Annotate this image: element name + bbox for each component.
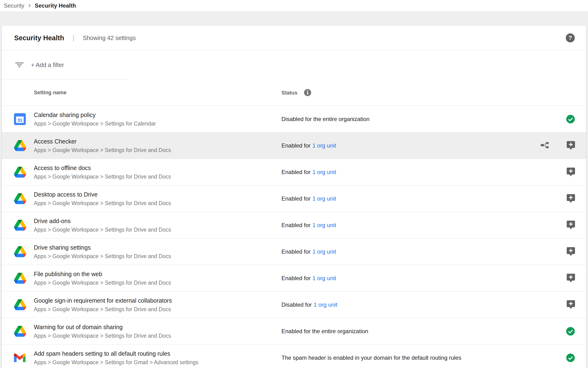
status-cell: Enabled for1 org unit xyxy=(281,222,336,229)
help-icon: ? xyxy=(566,33,575,43)
drive-icon xyxy=(14,140,26,151)
table-row[interactable]: 31 Desktop access to Drive xyxy=(2,185,586,212)
status-text: Enabled for xyxy=(281,275,311,281)
status-text: Enabled for xyxy=(281,142,311,149)
security-health-card: Security Health | Showing 42 settings ? … xyxy=(2,26,586,368)
table-row[interactable]: 31 Add spam headers setting xyxy=(2,345,586,368)
status-ok-icon xyxy=(566,353,575,362)
status-cell: Enabled for1 org unit xyxy=(281,248,336,255)
status-cell: Disabled for1 org unit xyxy=(281,302,337,308)
recommendation-icon[interactable] xyxy=(567,141,575,150)
setting-path: Apps > Google Workspace > Settings for D… xyxy=(34,200,171,206)
calendar-icon: 31 xyxy=(14,113,26,125)
svg-text:31: 31 xyxy=(17,118,22,123)
card-header: Security Health | Showing 42 settings ? xyxy=(2,26,586,50)
status-cell: The spam header is enabled in your domai… xyxy=(281,355,461,361)
setting-name: Google sign-in requirement for external … xyxy=(34,297,172,304)
org-unit-link[interactable]: 1 org unit xyxy=(312,275,336,281)
org-unit-link[interactable]: 1 org unit xyxy=(312,248,336,255)
setting-name: Drive add-ons xyxy=(34,217,171,224)
setting-path: Apps > Google Workspace > Settings for D… xyxy=(34,226,171,233)
status-cell: Enabled for the entire organization xyxy=(281,328,368,335)
status-text: Disabled for the entire organization xyxy=(281,116,369,122)
recommendation-icon[interactable] xyxy=(567,300,575,309)
table-row[interactable]: 31 Warning for out of domai xyxy=(2,318,586,345)
status-text: Enabled for xyxy=(281,222,311,228)
setting-name: Access to offline docs xyxy=(34,164,171,171)
setting-name: Drive sharing settings xyxy=(34,244,171,251)
setting-path: Apps > Google Workspace > Settings for D… xyxy=(34,147,171,153)
status-cell: Enabled for1 org unit xyxy=(281,142,336,149)
drive-icon xyxy=(14,220,26,231)
table-row[interactable]: 31 Drive add-ons Apps xyxy=(2,212,586,239)
status-text: Enabled for xyxy=(281,195,311,202)
breadcrumb-security-link[interactable]: Security xyxy=(4,2,24,9)
setting-path: Apps > Google Workspace > Settings for D… xyxy=(34,306,172,312)
table-row[interactable]: 31 Access Checker App xyxy=(2,132,586,159)
breadcrumb-chevron-icon xyxy=(27,3,32,8)
setting-name: Desktop access to Drive xyxy=(34,191,171,198)
status-text: Disabled for xyxy=(281,302,312,308)
status-text: Enabled for xyxy=(281,248,311,255)
setting-path: Apps > Google Workspace > Settings for C… xyxy=(34,120,156,127)
status-text: Enabled for xyxy=(281,169,311,175)
status-cell: Enabled for1 org unit xyxy=(281,195,336,202)
drive-icon xyxy=(14,273,26,284)
status-ok-icon xyxy=(566,327,575,336)
org-unit-link[interactable]: 1 org unit xyxy=(312,142,336,149)
svg-text:?: ? xyxy=(569,35,572,41)
add-filter-button[interactable]: + Add a filter xyxy=(31,62,64,68)
table-row[interactable]: 31 File publishing on the w xyxy=(2,265,586,292)
status-cell: Disabled for the entire organization xyxy=(281,116,369,122)
drive-icon xyxy=(14,193,26,204)
column-header-status: Status xyxy=(281,90,297,96)
drive-icon xyxy=(14,299,26,310)
table-row[interactable]: 31 Google sign-in requireme xyxy=(2,292,586,318)
setting-name: Warning for out of domain sharing xyxy=(34,323,171,330)
drive-icon xyxy=(14,326,26,337)
recommendation-icon[interactable] xyxy=(567,194,575,203)
breadcrumb: Security Security Health xyxy=(0,0,588,11)
org-unit-link[interactable]: 1 org unit xyxy=(314,302,337,308)
setting-name: File publishing on the web xyxy=(34,270,171,277)
status-text: Enabled for the entire organization xyxy=(281,328,368,334)
help-button[interactable]: ? xyxy=(566,33,575,43)
recommendation-icon[interactable] xyxy=(567,274,575,283)
table-header: Setting name Status xyxy=(2,80,586,106)
org-unit-link[interactable]: 1 org unit xyxy=(312,195,336,202)
breadcrumb-current: Security Health xyxy=(35,2,76,9)
org-unit-link[interactable]: 1 org unit xyxy=(312,222,336,228)
drive-icon xyxy=(14,167,26,178)
table-row[interactable]: 31 Access to offline docs xyxy=(2,159,586,185)
org-unit-link[interactable]: 1 org unit xyxy=(312,169,336,175)
table-row[interactable]: 31 Drive sharing settings xyxy=(2,239,586,265)
table-body: 31 Calendar sharing policy xyxy=(2,106,586,368)
settings-count: Showing 42 settings xyxy=(83,35,136,41)
status-cell: Enabled for1 org unit xyxy=(281,275,336,282)
setting-path: Apps > Google Workspace > Settings for D… xyxy=(34,173,171,180)
drive-icon xyxy=(14,246,26,257)
page-title: Security Health xyxy=(14,34,64,42)
column-header-setting-name: Setting name xyxy=(34,90,66,96)
recommendation-icon[interactable] xyxy=(567,167,575,177)
setting-path: Apps > Google Workspace > Settings for G… xyxy=(34,359,198,365)
recommendation-icon[interactable] xyxy=(567,221,575,230)
status-ok-icon xyxy=(566,115,575,124)
status-cell: Enabled for1 org unit xyxy=(281,169,336,175)
filter-row: + Add a filter xyxy=(2,50,586,79)
recommendation-icon[interactable] xyxy=(567,247,575,256)
setting-path: Apps > Google Workspace > Settings for D… xyxy=(34,332,171,339)
info-icon[interactable] xyxy=(304,89,311,96)
gmail-icon xyxy=(14,353,26,362)
org-unit-icon[interactable] xyxy=(541,142,549,149)
setting-name: Calendar sharing policy xyxy=(34,111,156,118)
title-divider: | xyxy=(73,34,74,42)
setting-name: Access Checker xyxy=(34,138,171,145)
setting-name: Add spam headers setting to all default … xyxy=(34,350,198,357)
filter-icon xyxy=(15,62,24,68)
setting-path: Apps > Google Workspace > Settings for D… xyxy=(34,253,171,259)
setting-path: Apps > Google Workspace > Settings for D… xyxy=(34,279,171,286)
table-row[interactable]: 31 Calendar sharing policy xyxy=(2,106,586,132)
status-text: The spam header is enabled in your domai… xyxy=(281,355,461,361)
